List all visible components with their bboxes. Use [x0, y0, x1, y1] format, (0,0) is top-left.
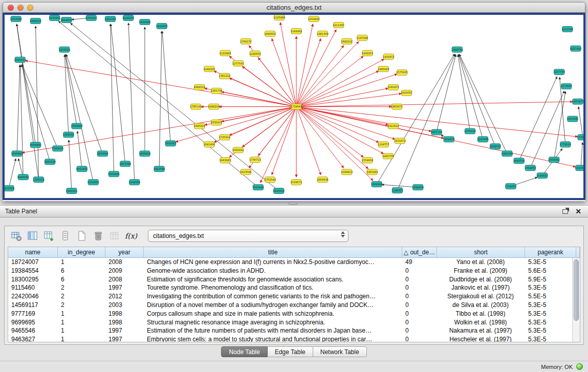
zoom-window-icon[interactable]: [27, 5, 33, 11]
graph-node[interactable]: 1841406: [204, 142, 215, 147]
import-table-icon[interactable]: [108, 229, 121, 243]
graph-node[interactable]: 1810472: [394, 138, 405, 144]
table-row[interactable]: 977716911998Corpus callosum shape and si…: [8, 310, 580, 318]
graph-node[interactable]: 1922590: [154, 166, 165, 172]
graph-node[interactable]: 1624023: [536, 173, 548, 179]
graph-edge[interactable]: [296, 38, 321, 106]
graph-edge[interactable]: [260, 106, 296, 183]
graph-edge[interactable]: [296, 94, 402, 107]
graph-edge[interactable]: [222, 106, 296, 121]
graph-node[interactable]: 9501425: [76, 166, 88, 172]
table-row[interactable]: 1456911722003Disruption of a novel membe…: [8, 301, 580, 310]
column-header-year[interactable]: year: [105, 247, 144, 258]
tab-node-table[interactable]: Node Table: [221, 346, 268, 357]
graph-node[interactable]: 1853061: [85, 15, 97, 20]
graph-node[interactable]: 1254493: [308, 16, 319, 21]
graph-edge[interactable]: [229, 78, 296, 107]
scrollbar-thumb[interactable]: [574, 259, 579, 321]
graph-edge[interactable]: [296, 46, 344, 107]
graph-node[interactable]: 1663625: [220, 158, 231, 163]
graph-edge[interactable]: [296, 41, 359, 106]
graph-node[interactable]: 1169362: [291, 28, 302, 34]
graph-node[interactable]: 1791655: [505, 184, 516, 189]
graph-node[interactable]: 1822980: [139, 19, 150, 25]
graph-node[interactable]: 1961309: [317, 31, 328, 36]
graph-node[interactable]: 1459372: [383, 54, 394, 59]
graph-edge[interactable]: [128, 23, 135, 182]
graph-edge[interactable]: [296, 106, 444, 138]
close-panel-icon[interactable]: ✕: [574, 207, 583, 215]
graph-edge[interactable]: [296, 59, 384, 107]
graph-node[interactable]: 1867110: [431, 129, 442, 135]
graph-node[interactable]: 1725412: [219, 135, 230, 140]
column-header-title[interactable]: title: [144, 247, 402, 258]
graph-node[interactable]: 1104757: [378, 142, 389, 147]
graph-node[interactable]: 1385491: [366, 169, 378, 175]
graph-node[interactable]: 1504388: [371, 182, 382, 187]
graph-edge[interactable]: [437, 54, 456, 132]
graph-node[interactable]: 2066050: [30, 18, 41, 24]
graph-edge[interactable]: [17, 65, 20, 154]
graph-node[interactable]: 1054562: [548, 157, 559, 163]
column-header-name[interactable]: name: [8, 247, 58, 258]
table-row[interactable]: 2242004622012Investigating the contribut…: [8, 292, 580, 301]
graph-edge[interactable]: [20, 65, 23, 177]
graph-node[interactable]: 1766170: [240, 38, 251, 44]
graph-edge[interactable]: [519, 77, 557, 161]
close-window-icon[interactable]: [8, 5, 14, 11]
graph-node[interactable]: 1752544: [264, 177, 275, 183]
graph-node[interactable]: 1310554: [575, 165, 583, 171]
tab-network-table[interactable]: Network Table: [313, 346, 367, 357]
graph-node[interactable]: 1005963: [11, 151, 23, 157]
graph-node[interactable]: 1125488: [274, 15, 285, 20]
graph-node[interactable]: 1679193: [464, 128, 475, 134]
graph-node[interactable]: 2194560: [129, 180, 140, 185]
graph-node[interactable]: 1227744: [553, 69, 564, 75]
graph-node[interactable]: 1778016: [560, 142, 571, 147]
graph-edge[interactable]: [296, 56, 363, 107]
delete-table-icon[interactable]: [92, 229, 105, 243]
graph-node[interactable]: 9105324: [5, 186, 14, 191]
graph-node[interactable]: 9150560: [49, 15, 60, 20]
graph-node[interactable]: 9245012: [273, 188, 285, 194]
graph-edge[interactable]: [22, 106, 296, 152]
graph-node[interactable]: 1785141: [190, 104, 201, 110]
graph-edge[interactable]: [296, 106, 363, 157]
table-row[interactable]: 946362711997Embryonic stem cells: a mode…: [8, 335, 580, 342]
graph-node[interactable]: 1226850: [249, 51, 260, 56]
table-selector-combobox[interactable]: citations_edges.txt: [148, 230, 349, 242]
graph-node[interactable]: 1663324: [139, 151, 150, 157]
graph-node[interactable]: 3260190: [44, 159, 55, 165]
graph-node[interactable]: 7625446: [252, 185, 264, 190]
graph-node[interactable]: 1160473: [387, 84, 399, 90]
graph-node[interactable]: 2023370: [14, 57, 26, 62]
graph-edge[interactable]: [9, 159, 16, 188]
graph-node[interactable]: 1554938: [362, 158, 373, 163]
minimize-window-icon[interactable]: [17, 5, 24, 11]
graph-node[interactable]: 1604787: [401, 90, 412, 96]
graph-node[interactable]: 1534571: [291, 180, 302, 185]
memory-ok-indicator[interactable]: [576, 363, 583, 370]
graph-edge[interactable]: [296, 106, 344, 168]
rows-icon[interactable]: [59, 229, 72, 243]
graph-node[interactable]: 1505018: [33, 177, 44, 183]
graph-node[interactable]: 1415935: [567, 116, 578, 122]
graph-node[interactable]: 1932251: [362, 50, 373, 56]
graph-node[interactable]: 1829532: [490, 144, 501, 149]
graph-node[interactable]: 1092455: [525, 165, 536, 171]
graph-node[interactable]: 1624905: [156, 23, 167, 29]
graph-edge[interactable]: [296, 106, 373, 181]
graph-edge[interactable]: [66, 54, 102, 154]
graph-edge[interactable]: [22, 64, 58, 148]
graph-edge[interactable]: [222, 92, 296, 107]
splitter-grip-icon[interactable]: [289, 202, 298, 205]
float-panel-icon[interactable]: [560, 207, 570, 215]
graph-node[interactable]: 1575165: [396, 70, 407, 75]
graph-node[interactable]: 2933060: [97, 151, 108, 157]
graph-node[interactable]: 1918211: [66, 188, 77, 194]
graph-node[interactable]: 1495756: [382, 154, 394, 159]
graph-edge[interactable]: [272, 38, 296, 106]
graph-node[interactable]: 1934052: [63, 132, 74, 138]
tab-edge-table[interactable]: Edge Table: [268, 346, 313, 357]
graph-node[interactable]: 1455437: [572, 99, 583, 104]
